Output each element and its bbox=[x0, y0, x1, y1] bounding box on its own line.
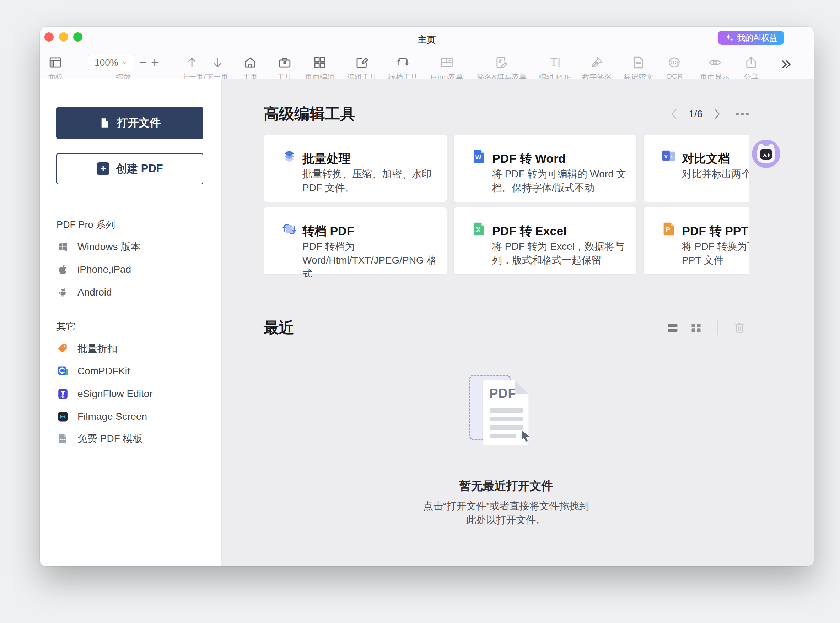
home-icon bbox=[243, 53, 258, 72]
page-edit-button[interactable]: 页面编辑 bbox=[305, 53, 335, 82]
pager-more-icon[interactable] bbox=[736, 113, 749, 115]
word-doc-icon: W bbox=[471, 149, 487, 165]
card-pdf-to-ppt[interactable]: P PDF 转 PPT 将 PDF 转换为可编辑格式的 PPT 文件 bbox=[643, 207, 749, 275]
panel-icon bbox=[48, 53, 63, 72]
recent-empty-state: PDF 暂无最近打开文件 点击“打开文件”或者直接将文件拖拽到 此处以打开文件。 bbox=[264, 373, 749, 527]
share-icon bbox=[744, 53, 759, 72]
grid-view-icon[interactable] bbox=[689, 321, 703, 335]
cards-pager: 1/6 bbox=[670, 108, 749, 120]
chevron-down-icon bbox=[122, 60, 128, 66]
convert-doc-icon bbox=[281, 221, 297, 237]
ocr-button[interactable]: OCR OCR bbox=[666, 53, 683, 81]
svg-text:v: v bbox=[665, 153, 668, 159]
empty-pdf-illustration: PDF bbox=[469, 373, 544, 450]
ai-assistant-button[interactable] bbox=[752, 140, 780, 168]
document-icon bbox=[99, 117, 111, 129]
page-display-button[interactable]: 页面显示 bbox=[700, 53, 730, 82]
toolbar-more-button[interactable] bbox=[779, 57, 794, 71]
form-icon bbox=[439, 53, 454, 72]
create-pdf-button[interactable]: + 创建 PDF bbox=[57, 153, 203, 184]
chevrons-right-icon bbox=[779, 57, 794, 71]
recent-view-controls bbox=[665, 321, 746, 335]
open-file-button[interactable]: 打开文件 bbox=[57, 107, 203, 139]
tool-cards-viewport: 批量处理 批量转换、压缩、加密、水印 PDF 文件。 W PDF 转 Word … bbox=[264, 135, 749, 278]
my-ai-benefits-button[interactable]: 我的AI权益 bbox=[718, 31, 784, 45]
sidebar-item-filmage[interactable]: Filmage Screen bbox=[56, 409, 147, 425]
briefcase-icon bbox=[277, 53, 292, 72]
sidebar-item-esignflow[interactable]: PDF eSignFlow Editor bbox=[56, 386, 153, 402]
windows-logo-icon bbox=[56, 240, 70, 253]
filmage-logo-icon bbox=[56, 410, 70, 424]
svg-text:OCR: OCR bbox=[669, 60, 680, 65]
sidebar: 打开文件 + 创建 PDF PDF Pro 系列 Windows 版本 bbox=[40, 79, 222, 566]
sidebar-section-pdf-pro: PDF Pro 系列 bbox=[57, 218, 115, 231]
android-logo-icon bbox=[56, 285, 70, 299]
recent-heading: 最近 bbox=[264, 318, 294, 338]
card-pdf-to-excel[interactable]: X PDF 转 Excel 将 PDF 转为 Excel，数据将与列，版式和格式… bbox=[453, 207, 637, 275]
main-area: 高级编辑工具 1/6 bbox=[222, 79, 814, 566]
sidebar-item-iphone-ipad[interactable]: iPhone,iPad bbox=[56, 262, 131, 278]
pager-next-icon[interactable] bbox=[713, 108, 721, 120]
empty-state-title: 暂无最近打开文件 bbox=[459, 478, 553, 494]
divider bbox=[717, 321, 718, 335]
form-button[interactable]: Form表单 bbox=[431, 53, 463, 82]
apple-logo-icon bbox=[56, 263, 70, 276]
svg-text:PDF: PDF bbox=[60, 438, 66, 441]
zoom-select[interactable]: 100% bbox=[88, 55, 134, 70]
zoom-value: 100% bbox=[95, 57, 118, 68]
trash-icon[interactable] bbox=[733, 321, 746, 335]
card-batch-process[interactable]: 批量处理 批量转换、压缩、加密、水印 PDF 文件。 bbox=[264, 135, 447, 202]
redact-doc-icon bbox=[631, 53, 646, 72]
home-button[interactable]: 主页 bbox=[243, 53, 258, 82]
svg-text:X: X bbox=[476, 226, 481, 233]
next-page-icon[interactable] bbox=[210, 55, 224, 70]
pdf-doc-label: PDF bbox=[490, 386, 516, 401]
card-compare-docs[interactable]: s v 对比文档 对比并标出两个 PDF bbox=[643, 135, 749, 202]
zoom-group: 100% − + 缩放 bbox=[85, 53, 161, 82]
pager-prev-icon[interactable] bbox=[670, 108, 678, 120]
compdfkit-logo-icon bbox=[56, 364, 70, 378]
pdf-template-icon: PDF bbox=[56, 432, 70, 445]
convert-tools-button[interactable]: 转档工具 bbox=[388, 53, 418, 82]
layers-icon bbox=[281, 149, 297, 165]
cursor-arrow-icon bbox=[519, 430, 532, 442]
convert-icon bbox=[395, 53, 410, 72]
edit-pdf-button[interactable]: 编辑 PDF bbox=[539, 53, 571, 82]
app-window: 主页 我的AI权益 面板 100% bbox=[40, 27, 814, 566]
card-pdf-to-word[interactable]: W PDF 转 Word 将 PDF 转为可编辑的 Word 文档。保持字体/版… bbox=[453, 135, 637, 202]
sidebar-item-bulk-discount[interactable]: 批量折扣 bbox=[56, 341, 117, 357]
ai-badge-label: 我的AI权益 bbox=[737, 32, 777, 43]
sidebar-item-compdfkit[interactable]: ComPDFKit bbox=[56, 364, 130, 379]
zoom-out-button[interactable]: − bbox=[139, 56, 146, 69]
ocr-icon: OCR bbox=[666, 53, 682, 72]
list-view-icon[interactable] bbox=[665, 321, 680, 335]
pen-nib-icon bbox=[590, 53, 604, 72]
sign-form-icon bbox=[494, 53, 509, 72]
card-convert-pdf[interactable]: 转档 PDF PDF 转档为 Word/Html/TXT/JPEG/PNG 格式 bbox=[264, 207, 447, 275]
tools-button[interactable]: 工具 bbox=[277, 53, 292, 82]
zoom-in-button[interactable]: + bbox=[151, 56, 158, 69]
sidebar-item-free-pdf-templates[interactable]: PDF 免费 PDF 模板 bbox=[56, 431, 143, 447]
window-title: 主页 bbox=[40, 34, 814, 46]
vs-docs-icon: s v bbox=[660, 149, 677, 165]
edit-tools-button[interactable]: 编辑工具 bbox=[347, 53, 377, 82]
svg-text:PDF: PDF bbox=[61, 396, 65, 398]
sign-fill-button[interactable]: 签名&填写表单 bbox=[477, 53, 527, 82]
advanced-tools-heading: 高级编辑工具 bbox=[264, 104, 355, 124]
grid-icon bbox=[312, 53, 327, 72]
edit-square-icon bbox=[355, 53, 370, 72]
svg-text:P: P bbox=[666, 226, 670, 233]
toolbar: 面板 100% − + 缩放 上一页/下一页 bbox=[40, 52, 814, 79]
panel-button[interactable]: 面板 bbox=[48, 53, 63, 82]
esignflow-logo-icon: PDF bbox=[56, 387, 70, 400]
digital-sign-button[interactable]: 数字签名 bbox=[582, 53, 612, 82]
redact-button[interactable]: 标记密文 bbox=[623, 53, 653, 82]
sidebar-item-android[interactable]: Android bbox=[56, 284, 112, 300]
sidebar-item-windows[interactable]: Windows 版本 bbox=[56, 239, 140, 255]
share-button[interactable]: 分享 bbox=[744, 53, 759, 82]
ppt-doc-icon: P bbox=[660, 221, 677, 237]
excel-doc-icon: X bbox=[471, 221, 487, 237]
text-cursor-icon bbox=[548, 53, 562, 72]
plus-icon: + bbox=[97, 162, 109, 175]
previous-page-icon[interactable] bbox=[185, 55, 199, 70]
